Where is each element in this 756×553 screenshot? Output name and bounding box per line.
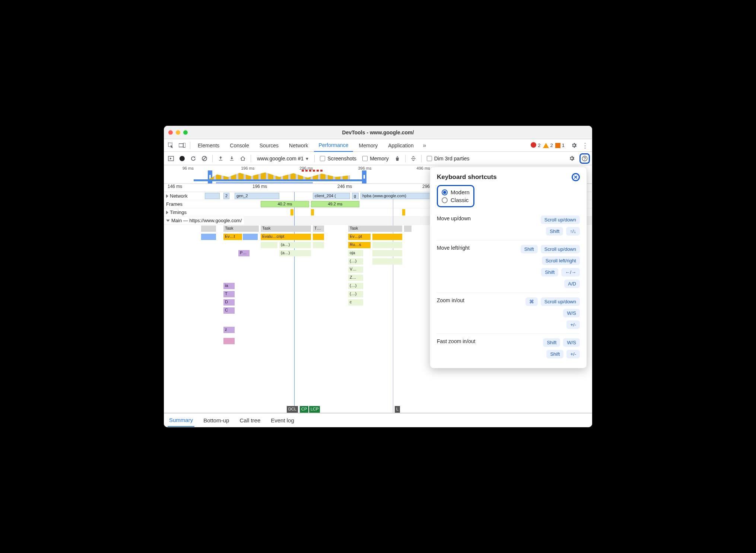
issue-badges[interactable]: 2 2 1 [531,142,565,149]
tab-performance[interactable]: Performance [314,139,353,152]
frame-segment[interactable]: 49.2 ms [311,201,359,207]
window-close-button[interactable] [168,130,173,135]
tab-elements[interactable]: Elements [193,139,224,152]
frame-segment[interactable]: 40.2 ms [261,201,309,207]
collapse-icon[interactable] [166,220,170,222]
screenshots-checkbox[interactable]: Screenshots [320,156,356,162]
kebab-menu-icon[interactable]: ⋮ [580,141,590,150]
overview-long-task-markers [302,170,324,172]
network-segment[interactable]: gen_2 [235,193,279,199]
flame-segment[interactable]: C [223,307,235,314]
flame-segment[interactable]: T [223,291,235,297]
flame-segment[interactable]: P… [238,250,250,256]
tab-bottom-up[interactable]: Bottom-up [202,414,231,426]
tab-event-log[interactable]: Event log [269,414,296,426]
radio-modern[interactable]: Modern [442,188,470,196]
tab-call-tree[interactable]: Call tree [238,414,262,426]
flame-segment[interactable]: oja [348,250,363,256]
key-badge: +/- [566,320,580,329]
recording-selector[interactable]: www.google.com #1 ▾ [254,154,311,163]
chevron-down-icon: ▾ [306,156,308,162]
flame-segment[interactable] [243,234,258,240]
flame-segment[interactable]: Task [348,226,402,232]
flame-segment[interactable]: z [223,327,235,333]
flame-segment[interactable]: T… [313,226,324,232]
clear-icon[interactable] [200,154,209,163]
expand-icon[interactable] [166,194,168,198]
inspect-icon[interactable] [166,141,176,150]
titlebar: DevTools - www.google.com/ [164,126,592,139]
flame-segment[interactable] [313,234,324,240]
load-marker[interactable]: L [395,406,400,413]
flame-segment[interactable]: Ev…pt [348,234,371,240]
toggle-sidebar-icon[interactable] [166,154,176,163]
tab-sources[interactable]: Sources [255,139,283,152]
flame-segment[interactable]: Ev…t [223,234,242,240]
timing-mark[interactable] [290,209,293,215]
flame-segment[interactable]: (a…) [279,250,311,256]
flame-segment[interactable] [313,242,324,248]
dcl-marker[interactable]: DCL [287,406,298,413]
network-segment[interactable]: 2 [223,193,229,199]
flame-segment[interactable]: (a…) [279,242,311,248]
overview-right-handle[interactable] [362,170,366,183]
flame-segment[interactable]: c [348,299,363,306]
tab-summary[interactable]: Summary [168,414,194,427]
flame-segment[interactable]: Evalu…cript [261,234,311,240]
shortcut-label: Move left/right [437,245,470,251]
download-icon[interactable] [227,154,236,163]
flame-segment[interactable]: Ru…s [348,242,371,248]
capture-settings-icon[interactable] [567,154,576,163]
flame-segment[interactable] [372,250,402,256]
overview-left-handle[interactable] [208,170,212,183]
lcp-marker[interactable]: LCP [309,406,320,413]
network-segment[interactable]: client_204 ( [313,193,350,199]
memory-checkbox[interactable]: Memory [362,156,389,162]
flame-segment[interactable]: Z… [348,275,363,281]
tab-console[interactable]: Console [225,139,253,152]
dim-3rd-parties-checkbox[interactable]: Dim 3rd parties [427,156,470,162]
flame-segment[interactable]: V… [348,266,363,273]
tab-network[interactable]: Network [285,139,312,152]
flame-segment[interactable] [372,234,402,240]
flame-segment[interactable]: Task [223,226,259,232]
flame-segment[interactable] [201,226,216,232]
more-tabs-icon[interactable]: » [420,141,429,150]
flame-segment[interactable]: (…) [348,258,363,265]
radio-classic[interactable]: Classic [442,196,470,204]
help-button[interactable] [579,153,590,164]
flame-segment[interactable]: D [223,299,235,306]
flame-segment[interactable] [201,234,216,240]
flame-segment[interactable] [372,258,402,265]
flame-segment[interactable]: ia [223,283,235,289]
network-segment[interactable]: hpba (www.google.com) [360,193,431,199]
reload-record-icon[interactable] [188,154,198,163]
window-max-button[interactable] [183,130,188,135]
timing-mark[interactable] [311,209,314,215]
gc-icon[interactable] [393,154,402,163]
flame-segment[interactable]: (…) [348,283,363,289]
record-button[interactable] [177,154,187,163]
device-toolbar-icon[interactable] [177,141,187,150]
network-segment[interactable]: g [352,193,359,199]
flame-segment[interactable]: (…) [348,291,363,297]
settings-icon[interactable] [569,141,579,150]
flame-segment[interactable] [261,242,277,248]
tab-memory[interactable]: Memory [355,139,382,152]
flame-segment[interactable] [223,338,235,344]
expand-icon[interactable] [166,211,168,214]
home-icon[interactable] [238,154,248,163]
flame-segment[interactable] [372,242,402,248]
fcp-marker[interactable]: CP [300,406,308,413]
tab-application[interactable]: Application [384,139,418,152]
flame-segment[interactable] [404,226,412,232]
key-badge: ⌘ [525,297,538,306]
flame-segment[interactable]: Task [261,226,311,232]
window-min-button[interactable] [176,130,180,135]
panel-tabs: Elements Console Sources Network Perform… [164,139,592,152]
timing-mark[interactable] [402,209,405,215]
network-segment[interactable] [205,193,220,199]
upload-icon[interactable] [216,154,225,163]
collapse-icon[interactable] [409,154,418,163]
close-icon[interactable]: ✕ [572,173,580,181]
